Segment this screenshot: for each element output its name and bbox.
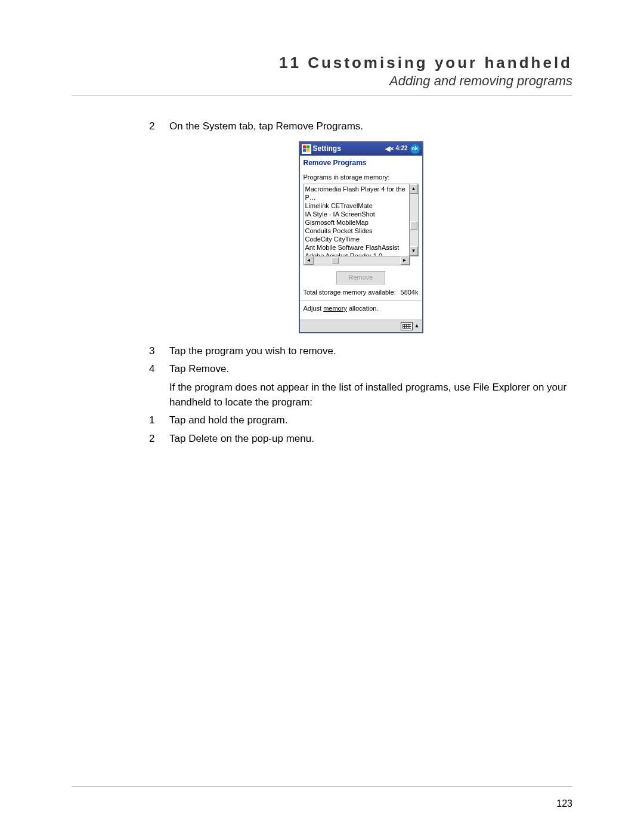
step-row: 3 Tap the program you wish to remove. (149, 344, 572, 359)
step-row: 2 Tap Delete on the pop-up menu. (149, 432, 572, 447)
list-item[interactable]: CodeCity CityTime (305, 235, 408, 243)
list-item[interactable]: Adobe Acrobat Reader 1.0 (305, 252, 408, 256)
memory-value: 5804k (401, 288, 419, 298)
step-text: Tap the program you wish to remove. (169, 344, 572, 359)
adjust-memory-line: Adjust memory allocation. (304, 303, 419, 316)
list-item[interactable]: IA Style - IA ScreenShot (305, 210, 408, 218)
page-header: 11 Customising your handheld Adding and … (72, 54, 572, 89)
body-content: 2 On the System tab, tap Remove Programs… (149, 119, 572, 447)
page-number: 123 (556, 798, 572, 809)
device-panel: Programs in storage memory: Macromedia F… (300, 169, 422, 320)
titlebar-left: Settings (302, 144, 386, 154)
separator (300, 300, 422, 301)
memory-link[interactable]: memory (323, 305, 347, 312)
list-item[interactable]: Gismosoft MobileMap (305, 218, 408, 227)
titlebar-right: ◀× 4:22 ok (385, 144, 420, 154)
step-row: 4 Tap Remove. (149, 362, 572, 377)
step-number: 3 (149, 344, 169, 359)
speaker-icon[interactable]: ◀× (385, 144, 394, 154)
section-subtitle: Adding and removing programs (72, 73, 572, 89)
memory-label: Total storage memory available: (304, 288, 396, 298)
step-row: 2 On the System tab, tap Remove Programs… (149, 119, 572, 134)
list-item[interactable]: Macromedia Flash Player 4 for the P… (305, 185, 408, 202)
remove-button[interactable]: Remove (336, 271, 385, 284)
adjust-prefix: Adjust (304, 305, 324, 312)
step-number: 4 (149, 362, 169, 377)
keyboard-icon[interactable] (401, 322, 413, 330)
horizontal-scrollbar[interactable]: ◄ ► (304, 256, 410, 265)
titlebar-title: Settings (313, 144, 341, 154)
step-text: Tap Remove. (169, 362, 572, 377)
scroll-thumb[interactable] (410, 221, 417, 230)
device-bottombar: ▲ (300, 320, 422, 332)
list-item[interactable]: Conduits Pocket Slides (305, 227, 408, 235)
adjust-suffix: allocation. (347, 305, 379, 312)
step-number: 2 (149, 432, 169, 447)
list-label: Programs in storage memory: (304, 173, 419, 182)
list-item[interactable]: Ant Mobile Software FlashAssist (305, 243, 408, 252)
chapter-title: 11 Customising your handheld (72, 54, 572, 72)
scroll-up-icon[interactable]: ▲ (410, 184, 418, 194)
note-text: If the program does not appear in the li… (169, 380, 572, 410)
screen-title: Remove Programs (300, 156, 422, 169)
titlebar-time: 4:22 (395, 144, 407, 153)
pocketpc-screenshot: Settings ◀× 4:22 ok Remove Programs Prog… (299, 141, 423, 333)
windows-start-icon[interactable] (302, 144, 311, 154)
device-titlebar: Settings ◀× 4:22 ok (300, 143, 422, 156)
scroll-left-icon[interactable]: ◄ (304, 256, 314, 265)
footer-rule (72, 786, 572, 786)
step-number: 1 (149, 413, 169, 428)
step-number: 2 (149, 119, 169, 134)
step-row: 1 Tap and hold the program. (149, 413, 572, 428)
scroll-down-icon[interactable]: ▼ (410, 246, 418, 256)
step-text: On the System tab, tap Remove Programs. (169, 119, 572, 134)
sip-up-icon[interactable]: ▲ (414, 322, 420, 330)
ok-button[interactable]: ok (410, 144, 420, 154)
vertical-scrollbar[interactable]: ▲ ▼ (410, 184, 419, 256)
header-rule (72, 95, 572, 95)
step-text: Tap and hold the program. (169, 413, 572, 428)
list-item[interactable]: Limelink CETravelMate (305, 202, 408, 210)
scroll-track[interactable] (410, 194, 418, 246)
scroll-right-icon[interactable]: ► (400, 256, 410, 265)
memory-row: Total storage memory available: 5804k (304, 288, 419, 298)
program-list-wrap: Macromedia Flash Player 4 for the P… Lim… (304, 184, 419, 256)
step-text: Tap Delete on the pop-up menu. (169, 432, 572, 447)
manual-page: 11 Customising your handheld Adding and … (0, 0, 644, 833)
program-listbox[interactable]: Macromedia Flash Player 4 for the P… Lim… (304, 184, 410, 256)
hscroll-track[interactable] (314, 256, 400, 265)
hscroll-thumb[interactable] (332, 257, 339, 264)
